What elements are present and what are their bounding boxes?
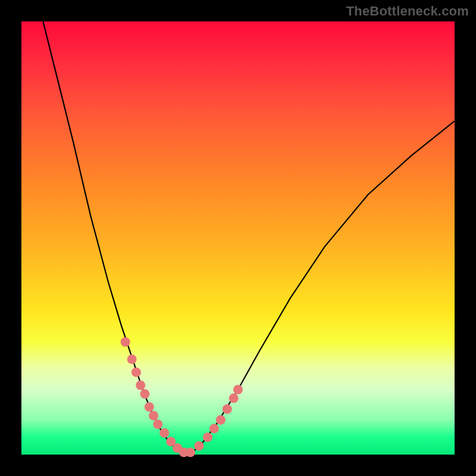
chart-frame: TheBottleneck.com — [0, 0, 476, 476]
dot — [203, 433, 212, 442]
overlay-dots — [121, 337, 243, 458]
dot — [140, 389, 149, 399]
dot — [121, 337, 130, 347]
dot — [131, 368, 141, 377]
dot — [127, 355, 137, 364]
dot — [136, 381, 145, 390]
dot — [149, 411, 158, 420]
dot — [229, 393, 239, 403]
attribution-text: TheBottleneck.com — [346, 4, 469, 19]
dot — [186, 447, 195, 457]
dot — [153, 419, 162, 429]
dot — [216, 415, 226, 425]
dot — [194, 441, 203, 450]
dot — [145, 402, 154, 412]
curve-svg — [21, 21, 455, 455]
dot — [223, 405, 232, 414]
dot — [159, 428, 169, 438]
plot-area — [21, 21, 455, 455]
bottleneck-curve — [43, 21, 455, 453]
dot — [209, 424, 219, 433]
dot — [233, 385, 243, 394]
